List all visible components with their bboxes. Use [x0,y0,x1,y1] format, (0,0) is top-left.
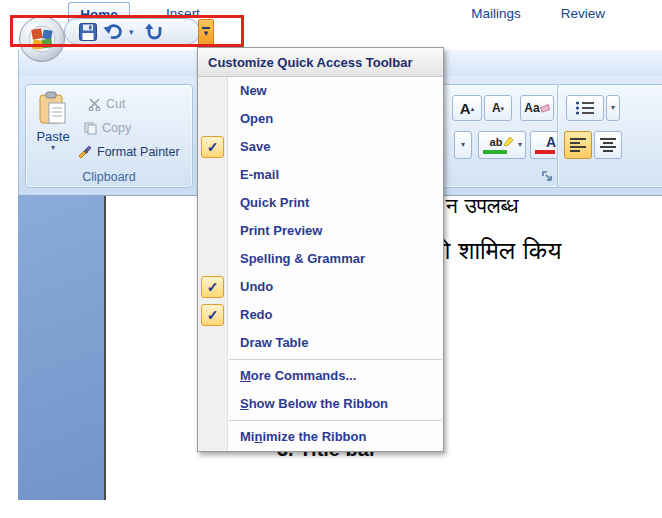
paste-dropdown-arrow[interactable]: ▾ [51,144,55,152]
menu-item-minimize-the-ribbon[interactable]: Minimize the Ribbon [198,423,443,451]
format-painter-button[interactable]: Format Painter [78,145,180,159]
paragraph-group: ▾ [557,84,662,188]
quick-access-toolbar: ▾ [64,18,200,45]
highlight-label: ab [490,136,503,148]
grow-font-label: A [460,100,471,117]
menu-item-label: E-mail [240,161,279,189]
paste-clipboard-icon [37,91,69,127]
menu-item-show-below-the-ribbon[interactable]: Show Below the Ribbon [198,390,443,418]
menu-item-label: Print Preview [240,217,322,245]
menu-item-label: Redo [240,301,273,329]
menu-item-more-commands[interactable]: More Commands... [198,362,443,390]
copy-pages-icon [84,122,97,135]
menu-item-spelling-grammar[interactable]: Spelling & Grammar [198,245,443,273]
clipboard-group: Paste ▾ Cut Copy [25,84,193,188]
clear-formatting-button[interactable]: Aa [520,95,554,121]
qat-customize-arrow-icon: ▼ [202,30,210,38]
menu-item-redo[interactable]: ✓Redo [198,301,443,329]
menu-item-new[interactable]: New [198,77,443,105]
text-highlight-color-button[interactable]: ab ▾ [478,131,526,159]
menu-item-print-preview[interactable]: Print Preview [198,217,443,245]
clear-formatting-label: Aa [524,101,539,115]
format-painter-brush-icon [78,145,92,159]
menu-item-label: New [240,77,267,105]
bullets-dropdown-button[interactable]: ▾ [606,95,620,121]
menu-item-draw-table[interactable]: Draw Table [198,329,443,357]
document-text-line-2: को शामिल किय [426,236,561,266]
menu-item-quick-print[interactable]: Quick Print [198,189,443,217]
menu-item-open[interactable]: Open [198,105,443,133]
align-left-button[interactable] [564,131,592,159]
font-color-bar [535,150,555,154]
document-margin-background [18,196,104,500]
undo-icon[interactable] [103,23,123,40]
format-painter-label: Format Painter [97,145,180,159]
menu-item-label: More Commands... [240,362,356,390]
dialog-launcher-icon[interactable] [541,170,554,183]
underline-dropdown-arrow-icon: ▾ [461,141,465,149]
bullets-button[interactable] [566,95,604,121]
paste-label: Paste [36,129,69,144]
tab-mailings[interactable]: Mailings [460,2,532,26]
shrink-font-caret-icon: ▾ [501,105,505,112]
save-icon[interactable] [79,23,97,41]
menu-item-e-mail[interactable]: E-mail [198,161,443,189]
office-logo-icon [28,25,56,53]
cut-button[interactable]: Cut [88,97,125,111]
customize-qat-menu: Customize Quick Access Toolbar NewOpen✓S… [197,47,444,452]
menu-item-label: Open [240,105,273,133]
underline-dropdown-fragment[interactable]: ▾ [454,131,472,159]
grow-font-button[interactable]: A ▴ [452,95,482,121]
highlighter-pen-icon [502,135,514,147]
copy-label: Copy [102,121,131,135]
checkmark-icon: ✓ [201,304,224,326]
copy-button[interactable]: Copy [84,121,131,135]
align-center-icon [599,137,617,153]
checkmark-icon: ✓ [201,136,224,158]
qat-customize-button[interactable]: ▼ [198,19,214,46]
menu-item-label: Spelling & Grammar [240,245,365,273]
menu-item-label: Undo [240,273,273,301]
menu-item-label: Draw Table [240,329,308,357]
paste-button[interactable]: Paste ▾ [32,91,74,165]
grow-font-caret-icon: ▴ [471,105,475,112]
menu-item-label: Quick Print [240,189,309,217]
menu-item-label: Show Below the Ribbon [240,390,388,418]
menu-item-save[interactable]: ✓Save [198,133,443,161]
tab-review[interactable]: Review [552,2,614,26]
word-window: Home Insert Mailings Review Paste ▾ [0,0,662,518]
cut-label: Cut [106,97,125,111]
menu-title: Customize Quick Access Toolbar [198,48,443,77]
highlight-color-bar [483,150,507,154]
menu-item-undo[interactable]: ✓Undo [198,273,443,301]
bullet-list-icon [575,100,595,116]
shrink-font-label: A [492,101,501,115]
scissors-icon [88,98,101,111]
checkmark-icon: ✓ [201,276,224,298]
menu-item-label: Save [240,133,270,161]
undo-dropdown-arrow-icon[interactable]: ▾ [129,27,134,37]
bullets-dropdown-arrow-icon: ▾ [611,104,615,112]
office-button[interactable] [19,16,65,62]
menu-items: NewOpen✓SaveE-mailQuick PrintPrint Previ… [198,77,443,451]
clipboard-group-label: Clipboard [26,170,192,184]
redo-icon[interactable] [144,23,163,40]
eraser-icon [540,103,550,113]
menu-item-label: Minimize the Ribbon [240,423,366,451]
align-left-icon [569,137,587,153]
align-center-button[interactable] [594,131,622,159]
highlight-dropdown-arrow-icon: ▾ [518,141,522,149]
shrink-font-button[interactable]: A ▾ [484,95,512,121]
font-color-label: A [546,134,556,150]
